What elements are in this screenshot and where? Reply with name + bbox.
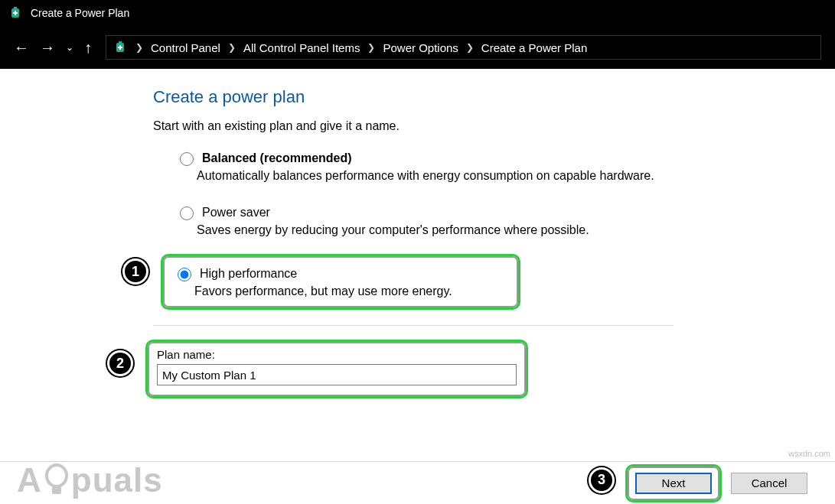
page-subtitle: Start with an existing plan and give it … bbox=[153, 119, 719, 133]
breadcrumb-item[interactable]: All Control Panel Items bbox=[243, 41, 360, 54]
svg-rect-3 bbox=[13, 12, 18, 14]
battery-icon bbox=[113, 40, 128, 55]
separator bbox=[153, 325, 674, 326]
recent-locations-icon[interactable]: ⌄ bbox=[66, 42, 73, 53]
plan-highperf-highlight: High performance Favors performance, but… bbox=[161, 254, 520, 310]
address-bar[interactable]: ❯ Control Panel ❯ All Control Panel Item… bbox=[106, 35, 821, 60]
chevron-right-icon[interactable]: ❯ bbox=[466, 42, 474, 53]
plan-highperf-label[interactable]: High performance bbox=[200, 267, 297, 281]
cancel-button[interactable]: Cancel bbox=[731, 473, 807, 494]
plan-name-label: Plan name: bbox=[157, 348, 517, 361]
content-area: Create a power plan Start with an existi… bbox=[0, 69, 835, 398]
plan-options: Balanced (recommended) Automatically bal… bbox=[176, 144, 719, 310]
plan-powersaver-desc: Saves energy by reducing your computer's… bbox=[197, 223, 719, 237]
plan-balanced-desc: Automatically balances performance with … bbox=[197, 169, 719, 183]
window-title: Create a Power Plan bbox=[31, 7, 129, 19]
forward-arrow-icon[interactable]: → bbox=[40, 39, 55, 57]
page-title: Create a power plan bbox=[153, 87, 719, 107]
breadcrumb-item[interactable]: Power Options bbox=[383, 41, 458, 54]
svg-point-8 bbox=[47, 465, 67, 486]
plan-powersaver-label[interactable]: Power saver bbox=[202, 206, 270, 219]
back-arrow-icon[interactable]: ← bbox=[14, 39, 29, 57]
titlebar: Create a Power Plan bbox=[0, 0, 835, 26]
radio-balanced[interactable] bbox=[180, 152, 194, 166]
breadcrumb-item[interactable]: Control Panel bbox=[151, 41, 220, 54]
battery-icon bbox=[8, 5, 23, 21]
up-arrow-icon[interactable]: ↑ bbox=[84, 39, 92, 57]
plan-balanced: Balanced (recommended) Automatically bal… bbox=[176, 144, 719, 190]
svg-rect-7 bbox=[118, 47, 122, 48]
plan-name-highlight: Plan name: bbox=[145, 340, 528, 398]
chevron-right-icon[interactable]: ❯ bbox=[135, 42, 143, 53]
next-button[interactable]: Next bbox=[635, 473, 712, 494]
annotation-badge-2: 2 bbox=[107, 350, 133, 376]
lightbulb-icon bbox=[44, 463, 70, 497]
watermark-logo: A puals bbox=[17, 461, 163, 499]
chevron-right-icon[interactable]: ❯ bbox=[228, 42, 236, 53]
chevron-right-icon[interactable]: ❯ bbox=[367, 42, 375, 53]
annotation-badge-3: 3 bbox=[589, 467, 615, 493]
navbar: ← → ⌄ ↑ ❯ Control Panel ❯ All Control Pa… bbox=[0, 26, 835, 69]
radio-highperf[interactable] bbox=[178, 268, 191, 281]
svg-rect-9 bbox=[52, 486, 61, 494]
breadcrumb-item[interactable]: Create a Power Plan bbox=[481, 41, 587, 54]
plan-powersaver: Power saver Saves energy by reducing you… bbox=[176, 198, 719, 245]
plan-name-input[interactable] bbox=[157, 364, 517, 385]
svg-rect-5 bbox=[119, 41, 122, 44]
plan-highperf-desc: Favors performance, but may use more ene… bbox=[194, 285, 507, 298]
next-button-highlight: Next bbox=[625, 464, 722, 502]
plan-balanced-label[interactable]: Balanced (recommended) bbox=[202, 151, 352, 165]
annotation-badge-1: 1 bbox=[122, 259, 148, 285]
svg-rect-1 bbox=[14, 7, 17, 9]
radio-powersaver[interactable] bbox=[180, 206, 194, 220]
watermark-url: wsxdn.com bbox=[788, 449, 830, 458]
